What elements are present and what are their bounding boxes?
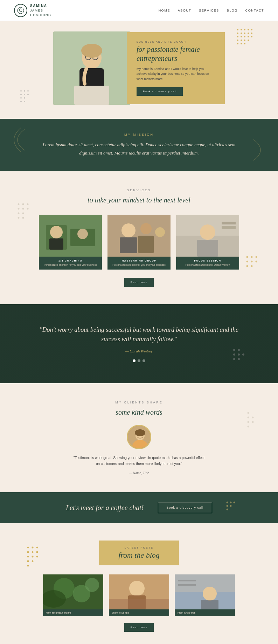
service-name-3: FOCUS SESSION [180,259,236,262]
svg-point-111 [32,560,34,562]
quote-dot-2[interactable] [138,359,140,362]
svg-point-22 [241,43,242,44]
blog-card-3: Proin turpis eros [175,574,235,616]
blog-grid: Nam accumsan orci mi Etiam tellus felis [21,574,257,616]
svg-rect-75 [197,240,218,257]
dots-testimonial-right [246,411,259,430]
svg-point-50 [18,217,20,219]
svg-point-25 [24,90,25,92]
svg-point-71 [155,227,165,237]
hero-image [53,31,130,105]
svg-rect-121 [109,599,169,609]
hero-subtitle: BUSINESS AND LIFE COACH [137,41,215,43]
testimonials-label: MY CLIENTS SHARE [35,401,243,404]
logo-icon [14,4,27,17]
nav-about[interactable]: ABOUT [178,9,192,12]
svg-point-104 [27,551,29,553]
svg-point-110 [27,560,29,562]
svg-point-78 [233,349,235,351]
svg-point-6 [251,29,252,30]
blog-label: LATEST POSTS [118,546,160,549]
dots-services-right [245,255,261,276]
cta-book-button[interactable]: Book a discovery call [158,502,213,513]
svg-point-48 [18,212,20,214]
svg-point-81 [238,353,240,356]
svg-point-109 [36,556,38,558]
nav-services[interactable]: SERVICES [199,9,219,12]
logo-brand-name: SAMINA [30,3,51,8]
svg-point-9 [244,33,245,34]
service-info-3: FOCUS SESSION Personalized attention for… [176,257,239,270]
svg-point-124 [203,587,217,601]
hero-text-box: BUSINESS AND LIFE COACH for passionate f… [127,32,225,104]
svg-point-55 [246,261,248,263]
mission-label: MY MISSION [42,133,236,136]
svg-rect-76 [222,222,236,224]
mission-section: MY MISSION Lorem ipsum dolor sit amet, c… [0,119,278,171]
quote-section: "Don't worry about being successful but … [0,304,278,383]
svg-point-27 [20,94,22,95]
dots-services-left [17,202,33,223]
testimonial-avatar [127,425,151,449]
svg-rect-63 [49,238,63,250]
svg-point-88 [248,421,249,423]
svg-point-102 [32,547,34,549]
quote-dot-1[interactable] [133,359,135,362]
svg-point-67 [121,223,135,237]
svg-point-96 [230,502,232,503]
quote-dot-3[interactable] [143,359,145,362]
svg-point-5 [248,29,249,30]
nav-home[interactable]: HOME [159,9,170,12]
svg-point-32 [20,101,22,102]
blog-card-label-2: Etiam tellus felis [109,609,169,616]
svg-point-116 [85,578,99,592]
svg-point-8 [241,33,242,34]
svg-point-19 [244,40,245,41]
svg-point-3 [241,29,242,30]
svg-point-99 [230,505,232,507]
nav-blog[interactable]: BLOG [227,9,238,12]
services-label: SERVICES [21,188,257,192]
svg-point-49 [22,212,24,214]
hero-cta-button[interactable]: Book a discovery call [137,87,183,96]
nav-contact[interactable]: CONTACT [245,9,264,12]
svg-point-89 [252,421,254,423]
service-desc-2: Personalized attention for you and your … [111,263,167,267]
svg-point-47 [27,208,29,209]
svg-rect-77 [222,226,236,229]
logo-brand-sub: COACHING [30,13,51,17]
svg-point-0 [18,7,24,14]
svg-point-23 [244,43,245,44]
svg-point-85 [248,412,249,414]
svg-point-69 [140,223,152,234]
blog-card-label-3: Proin turpis eros [175,609,235,616]
svg-point-33 [24,101,25,102]
svg-point-17 [237,40,238,41]
svg-rect-125 [201,600,218,609]
blog-card-label-1: Nam accumsan orci mi [43,609,103,616]
svg-point-58 [246,265,248,267]
svg-point-112 [27,565,29,567]
logo[interactable]: SAMINA JAMES COACHING [14,3,51,17]
svg-rect-70 [138,236,154,253]
svg-point-7 [237,33,238,34]
blog-card-1: Nam accumsan orci mi [43,574,103,616]
services-read-more-button[interactable]: Read more [124,278,154,287]
blog-card-2: Etiam tellus felis [109,574,169,616]
nav-links: HOME ABOUT SERVICES BLOG CONTACT [159,9,264,12]
svg-point-59 [251,265,253,267]
svg-point-29 [27,94,29,95]
svg-point-74 [200,224,215,240]
blog-read-more-button[interactable]: Read more [124,623,154,632]
svg-rect-127 [178,584,196,586]
svg-point-31 [24,97,25,99]
svg-point-45 [18,208,20,209]
service-image-3 [176,215,239,257]
svg-point-80 [233,353,235,356]
blog-image-1 [43,574,103,609]
svg-point-1 [19,9,22,12]
dots-gold-hero-tr [236,28,260,51]
svg-point-43 [22,203,24,205]
svg-point-10 [248,33,249,34]
mission-text: Lorem ipsum dolor sit amet, consectetur … [42,141,236,157]
